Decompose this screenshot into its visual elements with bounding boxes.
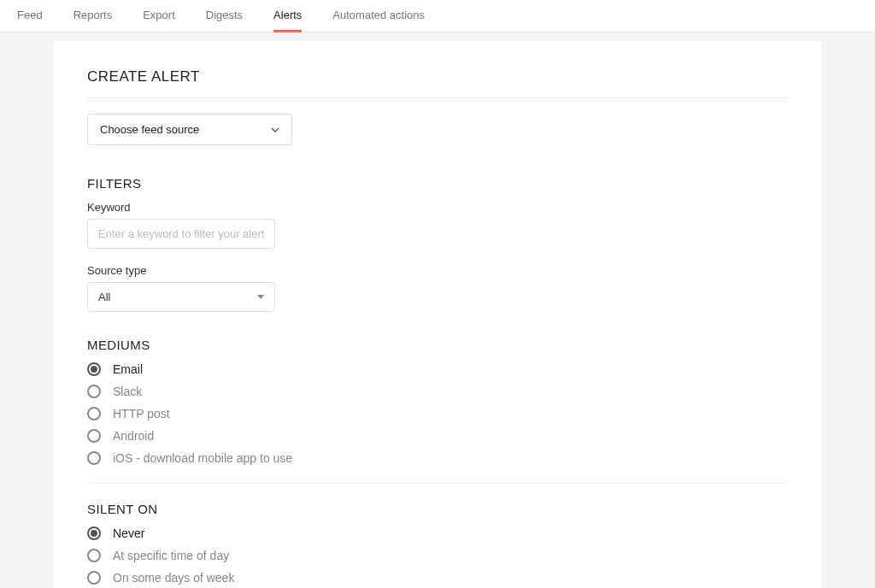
- page-wrap: CREATE ALERT Choose feed source FILTERS …: [44, 41, 831, 588]
- tab-reports[interactable]: Reports: [73, 0, 113, 32]
- feed-source-select[interactable]: Choose feed source: [87, 114, 292, 145]
- caret-down-icon: [257, 295, 264, 299]
- medium-label: iOS - download mobile app to use: [113, 451, 292, 465]
- medium-android[interactable]: Android: [87, 429, 788, 443]
- tab-automated-actions[interactable]: Automated actions: [332, 0, 425, 32]
- tab-alerts[interactable]: Alerts: [273, 0, 302, 32]
- silent-never[interactable]: Never: [87, 526, 788, 540]
- radio-icon: [87, 571, 101, 585]
- tab-feed[interactable]: Feed: [17, 0, 43, 32]
- source-type-value: All: [98, 291, 110, 303]
- medium-slack[interactable]: Slack: [87, 385, 788, 398]
- medium-email[interactable]: Email: [87, 362, 788, 376]
- radio-icon: [87, 385, 101, 398]
- silent-label: At specific time of day: [113, 549, 229, 562]
- feed-source-placeholder: Choose feed source: [100, 123, 199, 136]
- medium-label: Email: [113, 362, 143, 376]
- keyword-label: Keyword: [87, 201, 788, 214]
- silent-label: On some days of week: [113, 571, 234, 585]
- silent-heading: SILENT ON: [87, 502, 788, 516]
- source-type-select[interactable]: All: [87, 282, 275, 312]
- silent-time-of-day[interactable]: At specific time of day: [87, 549, 788, 562]
- medium-label: Slack: [113, 385, 142, 398]
- page-title: CREATE ALERT: [87, 68, 788, 98]
- source-type-label: Source type: [87, 264, 788, 277]
- medium-http-post[interactable]: HTTP post: [87, 407, 788, 420]
- filters-heading: FILTERS: [87, 176, 788, 191]
- medium-label: HTTP post: [113, 407, 170, 420]
- tab-export[interactable]: Export: [143, 0, 175, 32]
- create-alert-card: CREATE ALERT Choose feed source FILTERS …: [53, 41, 822, 588]
- medium-ios[interactable]: iOS - download mobile app to use: [87, 451, 788, 465]
- radio-icon: [87, 451, 101, 465]
- silent-list: Never At specific time of day On some da…: [87, 526, 788, 588]
- chevron-down-icon: [271, 126, 279, 134]
- mediums-heading: MEDIUMS: [87, 338, 788, 352]
- medium-label: Android: [113, 429, 154, 443]
- mediums-list: Email Slack HTTP post Android iOS - down…: [87, 362, 788, 483]
- silent-days-of-week[interactable]: On some days of week: [87, 571, 788, 585]
- radio-icon: [87, 549, 101, 562]
- tab-digests[interactable]: Digests: [206, 0, 243, 32]
- radio-icon: [87, 526, 101, 540]
- radio-icon: [87, 429, 101, 443]
- radio-icon: [87, 362, 101, 376]
- keyword-input[interactable]: [87, 219, 275, 249]
- silent-label: Never: [113, 526, 144, 540]
- radio-icon: [87, 407, 101, 420]
- tab-bar: Feed Reports Export Digests Alerts Autom…: [0, 0, 875, 32]
